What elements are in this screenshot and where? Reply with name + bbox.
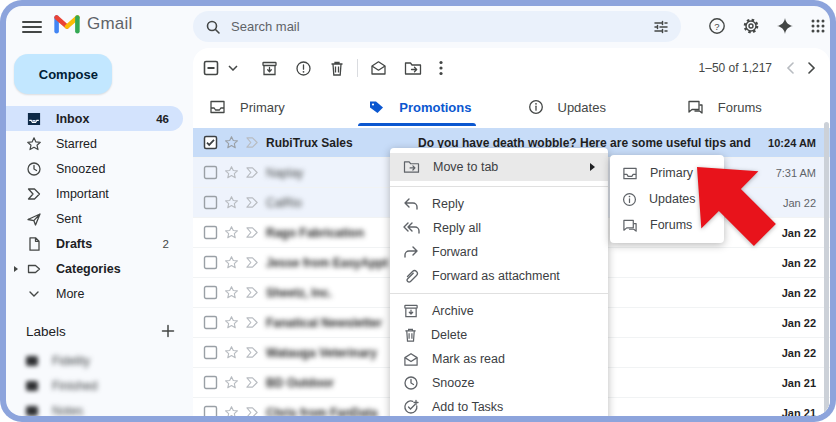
- sidebar-item-important[interactable]: Important: [6, 181, 183, 206]
- newer-page-button[interactable]: [786, 62, 794, 74]
- star-toggle-icon[interactable]: [224, 345, 239, 360]
- sidebar-item-more[interactable]: More: [6, 281, 183, 306]
- tag-icon: [26, 261, 42, 277]
- row-checkbox-checked[interactable]: [203, 135, 218, 150]
- menu-item-forward-attachment[interactable]: Forward as attachment: [390, 264, 608, 288]
- tab-label: Promotions: [399, 100, 471, 115]
- select-dropdown-button[interactable]: [228, 65, 238, 71]
- search-bar[interactable]: Search mail: [193, 11, 681, 42]
- settings-button[interactable]: [742, 17, 760, 35]
- gmail-window: Gmail Search mail ?: [6, 6, 830, 416]
- importance-marker-icon[interactable]: [245, 196, 260, 209]
- star-toggle-icon[interactable]: [224, 195, 239, 210]
- sidebar-item-sent[interactable]: Sent: [6, 206, 183, 231]
- help-icon: ?: [708, 17, 726, 35]
- row-checkbox[interactable]: [203, 255, 218, 270]
- primary-tab-icon: [622, 166, 638, 181]
- label-item[interactable]: Fidelity: [6, 348, 193, 373]
- tab-promotions[interactable]: Promotions: [352, 88, 511, 126]
- more-options-button[interactable]: [439, 60, 443, 76]
- gmail-wordmark: Gmail: [87, 14, 132, 34]
- search-options-icon[interactable]: [653, 19, 669, 35]
- star-toggle-icon[interactable]: [224, 315, 239, 330]
- star-toggle-icon[interactable]: [224, 255, 239, 270]
- row-checkbox[interactable]: [203, 285, 218, 300]
- row-checkbox[interactable]: [203, 195, 218, 210]
- delete-button[interactable]: [329, 60, 345, 77]
- move-to-button[interactable]: [404, 61, 422, 76]
- sidebar-item-starred[interactable]: Starred: [6, 131, 183, 156]
- search-icon: [205, 19, 221, 35]
- primary-tab-icon: [209, 99, 226, 115]
- label-item[interactable]: Finished: [6, 373, 193, 398]
- search-input[interactable]: Search mail: [231, 19, 643, 34]
- expand-arrow-icon[interactable]: [14, 266, 18, 272]
- sidebar-item-inbox[interactable]: Inbox 46: [6, 106, 183, 131]
- sidebar-nav: Inbox 46 Starred Snoozed Important Sent: [6, 106, 193, 306]
- main-menu-icon[interactable]: [22, 17, 42, 37]
- tab-forums[interactable]: Forums: [671, 88, 830, 126]
- sidebar-item-drafts[interactable]: Drafts 2: [6, 231, 183, 256]
- importance-marker-icon[interactable]: [245, 376, 260, 389]
- chevron-left-icon: [786, 62, 794, 74]
- apps-grid-button[interactable]: [810, 18, 826, 34]
- menu-item-add-to-tasks[interactable]: Add to Tasks: [390, 395, 608, 416]
- sidebar-item-categories[interactable]: Categories: [6, 256, 183, 281]
- select-all-checkbox[interactable]: [203, 60, 219, 76]
- tab-updates[interactable]: Updates: [512, 88, 671, 126]
- importance-marker-icon[interactable]: [245, 256, 260, 269]
- labels-header: Labels: [6, 316, 193, 346]
- label-color-icon: [26, 381, 38, 391]
- star-toggle-icon[interactable]: [224, 165, 239, 180]
- menu-item-reply[interactable]: Reply: [390, 192, 608, 216]
- menu-item-delete[interactable]: Delete: [390, 323, 608, 347]
- importance-marker-icon[interactable]: [245, 226, 260, 239]
- star-toggle-icon[interactable]: [224, 405, 239, 416]
- row-checkbox[interactable]: [203, 375, 218, 390]
- email-date: Jan 21: [752, 377, 816, 389]
- gemini-button[interactable]: [776, 17, 794, 35]
- star-toggle-icon[interactable]: [224, 225, 239, 240]
- older-page-button[interactable]: [808, 62, 816, 74]
- send-icon: [26, 211, 42, 227]
- menu-item-forward[interactable]: Forward: [390, 240, 608, 264]
- row-checkbox[interactable]: [203, 345, 218, 360]
- star-toggle-icon[interactable]: [224, 135, 239, 150]
- label-item[interactable]: Notes: [6, 398, 193, 416]
- compose-button[interactable]: Compose: [14, 54, 112, 94]
- mark-read-button[interactable]: [370, 60, 387, 76]
- importance-marker-icon[interactable]: [245, 136, 260, 149]
- menu-item-move-to-tab[interactable]: Move to tab: [390, 153, 608, 181]
- labels-title: Labels: [26, 324, 66, 339]
- tab-primary[interactable]: Primary: [193, 88, 352, 126]
- importance-marker-icon[interactable]: [245, 166, 260, 179]
- sidebar-item-label: Important: [56, 187, 109, 201]
- archive-button[interactable]: [261, 60, 278, 77]
- attachment-icon: [403, 268, 419, 284]
- email-date: Jan 22: [752, 317, 816, 329]
- label-color-icon: [26, 356, 38, 366]
- sidebar-item-label: Sent: [56, 212, 82, 226]
- importance-marker-icon[interactable]: [245, 316, 260, 329]
- row-checkbox[interactable]: [203, 165, 218, 180]
- report-spam-button[interactable]: [295, 60, 312, 77]
- row-checkbox[interactable]: [203, 225, 218, 240]
- sidebar-item-snoozed[interactable]: Snoozed: [6, 156, 183, 181]
- star-toggle-icon[interactable]: [224, 285, 239, 300]
- pencil-icon: [28, 66, 29, 82]
- row-checkbox[interactable]: [203, 315, 218, 330]
- star-toggle-icon[interactable]: [224, 375, 239, 390]
- importance-marker-icon[interactable]: [245, 346, 260, 359]
- importance-marker-icon[interactable]: [245, 406, 260, 416]
- trash-icon: [403, 327, 418, 343]
- scrollbar[interactable]: [824, 122, 829, 414]
- row-checkbox[interactable]: [203, 405, 218, 416]
- menu-item-snooze[interactable]: Snooze: [390, 371, 608, 395]
- folder-move-icon: [403, 160, 420, 174]
- importance-marker-icon[interactable]: [245, 286, 260, 299]
- help-button[interactable]: ?: [708, 17, 726, 35]
- menu-item-reply-all[interactable]: Reply all: [390, 216, 608, 240]
- create-label-button[interactable]: [161, 324, 175, 338]
- menu-item-mark-as-read[interactable]: Mark as read: [390, 347, 608, 371]
- menu-item-archive[interactable]: Archive: [390, 299, 608, 323]
